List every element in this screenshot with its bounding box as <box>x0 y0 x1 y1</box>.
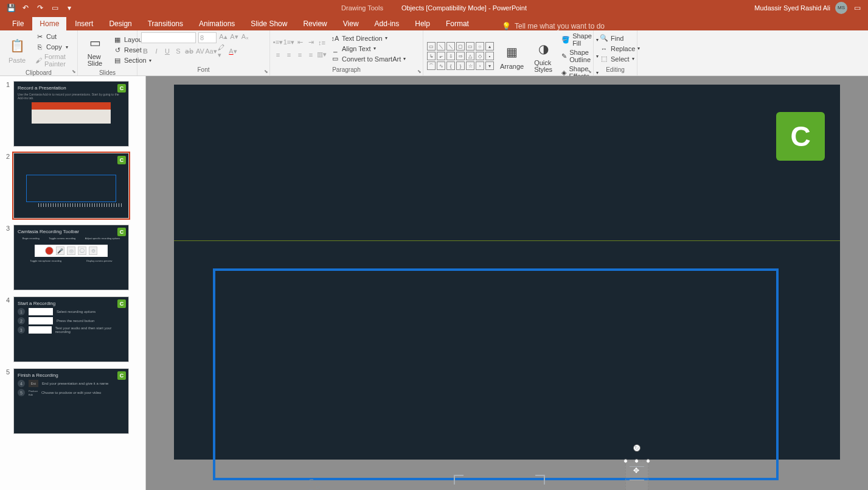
underline-icon[interactable]: U <box>163 47 172 55</box>
shape-diamond-icon[interactable]: ◇ <box>476 52 484 60</box>
clipboard-dialog-launcher-icon[interactable]: ⬊ <box>72 69 76 74</box>
copy-button[interactable]: ⎘Copy▾ <box>33 42 74 52</box>
replace-button[interactable]: ↔Replace▾ <box>597 44 642 54</box>
shape-brace-l-icon[interactable]: { <box>446 61 455 70</box>
shape-line2-icon[interactable]: ＼ <box>446 42 455 51</box>
tab-home[interactable]: Home <box>32 17 66 30</box>
shape-mid-icon[interactable]: • <box>485 52 494 60</box>
save-icon[interactable]: 💾 <box>6 3 16 13</box>
shape-arrow-icon[interactable]: ⇨ <box>456 52 465 60</box>
shape-down-icon[interactable]: ▾ <box>485 61 494 70</box>
resize-handle[interactable] <box>634 459 639 463</box>
bullets-icon[interactable]: •≡▾ <box>274 38 282 47</box>
shape-brace-r-icon[interactable]: } <box>456 61 465 70</box>
shape-up-icon[interactable]: ▴ <box>485 42 494 51</box>
justify-icon[interactable]: ≡ <box>307 51 315 59</box>
convert-smartart-button[interactable]: ▭Convert to SmartArt▾ <box>328 54 408 64</box>
strikethrough-icon[interactable]: a̶b̶ <box>185 47 193 55</box>
tell-me-search[interactable]: 💡 Tell me what you want to do <box>502 22 605 30</box>
shape-circle-icon[interactable]: ○ <box>476 42 484 51</box>
slide-thumb-5[interactable]: 5 C Finish a Recording 4EscEnd your pres… <box>2 368 143 434</box>
columns-icon[interactable]: ▥▾ <box>318 51 326 59</box>
slide-editor[interactable]: C Downtime (Hours) Total Defects ↻ <box>146 76 868 490</box>
bold-icon[interactable]: B <box>141 47 150 55</box>
align-center-icon[interactable]: ≡ <box>285 51 293 59</box>
shape-star-icon[interactable]: ☆ <box>466 61 474 70</box>
shape-rect-icon[interactable]: ▭ <box>427 42 436 51</box>
tab-help[interactable]: Help <box>408 17 437 30</box>
user-name[interactable]: Mudassir Syed Rashid Ali <box>754 4 830 12</box>
drawing-dialog-launcher-icon[interactable]: ⬊ <box>588 69 592 74</box>
tab-transitions[interactable]: Transitions <box>141 17 190 30</box>
resize-handle[interactable] <box>623 459 628 463</box>
slide-thumbnail-panel[interactable]: 1 C Record a Presentation Use the Camtas… <box>0 76 146 490</box>
slide-thumb-3[interactable]: 3 C Camtasia Recording Toolbar Begin rec… <box>2 225 143 290</box>
shape-chevron-icon[interactable]: › <box>476 61 484 70</box>
shape-gallery[interactable]: ▭＼＼▢▭○▴ ↳⬐⇩⇨△◇• ⌒∿{}☆›▾ <box>427 42 494 70</box>
resize-handle[interactable] <box>646 459 650 463</box>
char-spacing-icon[interactable]: AV <box>196 47 204 55</box>
font-name-input[interactable] <box>141 32 196 43</box>
tab-animations[interactable]: Animations <box>192 17 242 30</box>
shape-scribble-icon[interactable]: ∿ <box>437 61 445 70</box>
ribbon-options-icon[interactable]: ▭ <box>852 3 862 13</box>
align-left-icon[interactable]: ≡ <box>274 51 282 59</box>
rotate-handle-icon[interactable]: ↻ <box>633 444 641 452</box>
undo-icon[interactable]: ↶ <box>21 3 30 13</box>
paste-button[interactable]: 📋 Paste <box>4 35 30 65</box>
shape-line-icon[interactable]: ＼ <box>437 42 445 51</box>
tab-review[interactable]: Review <box>296 17 334 30</box>
shape-rect2-icon[interactable]: ▭ <box>466 42 474 51</box>
chart-placeholder[interactable]: Downtime (Hours) Total Defects ↻ <box>213 268 779 480</box>
slide-thumb-2[interactable]: 2 C <box>2 153 143 219</box>
shape-rounded-icon[interactable]: ▢ <box>456 42 465 51</box>
align-text-button[interactable]: ⎯Align Text▾ <box>328 44 408 54</box>
new-slide-button[interactable]: ▭ New Slide <box>82 32 108 68</box>
font-dialog-launcher-icon[interactable]: ⬊ <box>264 69 268 74</box>
tab-view[interactable]: View <box>336 17 366 30</box>
camtasia-logo-icon[interactable]: C <box>776 112 825 161</box>
start-from-beginning-icon[interactable]: ▭ <box>50 3 60 13</box>
shape-curve-icon[interactable]: ⌒ <box>427 61 436 70</box>
user-avatar[interactable]: MS <box>835 2 847 14</box>
slide-canvas[interactable]: C Downtime (Hours) Total Defects ↻ <box>174 85 840 460</box>
italic-icon[interactable]: I <box>152 47 161 55</box>
increase-font-icon[interactable]: A▴ <box>219 32 227 41</box>
shape-elbow-icon[interactable]: ⬐ <box>437 52 445 60</box>
tab-file[interactable]: File <box>5 17 31 30</box>
qat-dropdown-icon[interactable]: ▾ <box>64 3 74 13</box>
highlight-icon[interactable]: 🖍▾ <box>218 47 226 55</box>
quick-styles-button[interactable]: ◑Quick Styles <box>530 38 557 74</box>
cut-button[interactable]: ✂Cut <box>33 32 74 41</box>
shape-tri-icon[interactable]: △ <box>466 52 474 60</box>
tab-addins[interactable]: Add-ins <box>367 17 407 30</box>
find-button[interactable]: 🔍Find <box>597 33 642 43</box>
y-axis-label-1[interactable]: Downtime (Hours) <box>308 472 321 490</box>
paragraph-dialog-launcher-icon[interactable]: ⬊ <box>417 69 422 74</box>
arrange-button[interactable]: ▦Arrange <box>496 41 527 71</box>
increase-indent-icon[interactable]: ⇥ <box>307 38 315 47</box>
font-color-icon[interactable]: A▾ <box>229 47 237 55</box>
line-spacing-icon[interactable]: ↕≡ <box>318 38 326 47</box>
slide-thumb-4[interactable]: 4 C Start a Recording 1Select recording … <box>2 296 143 362</box>
tab-format[interactable]: Format <box>439 17 476 30</box>
redo-icon[interactable]: ↷ <box>35 3 45 13</box>
font-size-input[interactable] <box>198 32 217 43</box>
slide-thumb-1[interactable]: 1 C Record a Presentation Use the Camtas… <box>2 81 143 147</box>
shadow-icon[interactable]: S <box>174 47 182 55</box>
clear-formatting-icon[interactable]: Aₓ <box>241 32 249 41</box>
change-case-icon[interactable]: Aa▾ <box>207 47 215 55</box>
decrease-indent-icon[interactable]: ⇤ <box>296 38 304 47</box>
text-direction-button[interactable]: ↕AText Direction▾ <box>328 33 408 43</box>
shape-downarrow-icon[interactable]: ⇩ <box>446 52 455 60</box>
tab-slideshow[interactable]: Slide Show <box>243 17 294 30</box>
select-button[interactable]: ⬚Select▾ <box>597 54 642 64</box>
align-right-icon[interactable]: ≡ <box>296 51 304 59</box>
tab-insert[interactable]: Insert <box>68 17 100 30</box>
shape-connector-icon[interactable]: ↳ <box>427 52 436 60</box>
decrease-font-icon[interactable]: A▾ <box>230 32 238 41</box>
numbering-icon[interactable]: 1≡▾ <box>285 38 293 47</box>
format-painter-button[interactable]: 🖌Format Painter <box>33 52 74 68</box>
tab-design[interactable]: Design <box>102 17 139 30</box>
selected-shape[interactable]: ↻ ✥ <box>625 461 648 490</box>
